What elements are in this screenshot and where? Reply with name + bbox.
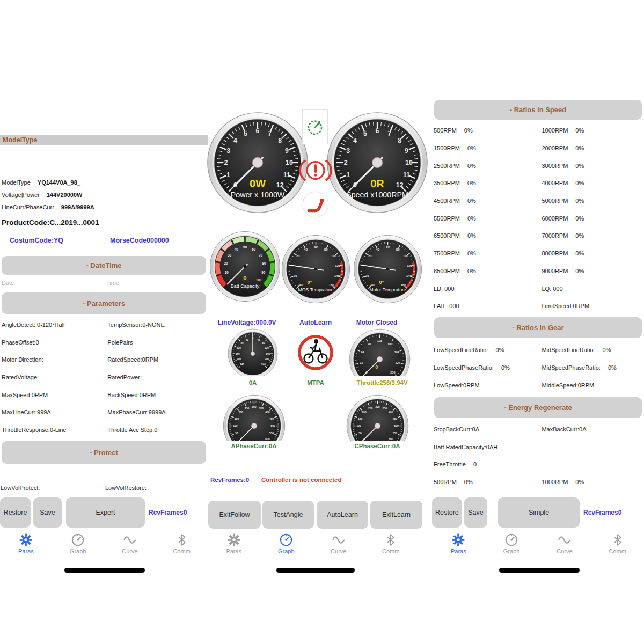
tab-paras[interactable]: Paras: [218, 529, 250, 554]
restore-button[interactable]: Restore: [0, 497, 31, 528]
parameter-rows: AngleDetect: 0-120°HallTempSensor:0-NONE…: [0, 316, 208, 438]
tab-comm[interactable]: Comm: [166, 529, 198, 554]
auto-learn-link[interactable]: AutoLearn: [291, 319, 340, 326]
data-row: RatedVoltage:RatedPower:: [0, 369, 208, 386]
parameters-section-button[interactable]: - Parameters: [2, 292, 206, 314]
tab-paras-label: Paras: [226, 548, 241, 554]
tab-graph-label: Graph: [70, 548, 86, 554]
tab-paras[interactable]: Paras: [10, 529, 42, 554]
tab-comm[interactable]: Comm: [602, 529, 634, 554]
protect-section-button[interactable]: - Protect: [2, 441, 206, 464]
save-button[interactable]: Save: [464, 497, 487, 528]
tab-curve[interactable]: Curve: [548, 529, 581, 554]
tab-graph[interactable]: Graph: [62, 529, 94, 554]
svg-text:Speed x1000RPM: Speed x1000RPM: [346, 191, 408, 199]
svg-text:70: 70: [259, 253, 263, 257]
data-row: MaxSpeed:0RPMBackSpeed:0RPM: [0, 386, 208, 404]
data-row: AngleDetect: 0-120°HallTempSensor:0-NONE: [0, 316, 208, 334]
svg-text:5: 5: [363, 130, 367, 137]
tab-curve[interactable]: Curve: [114, 529, 146, 554]
svg-text:250: 250: [245, 407, 250, 410]
power-gauge: 01234567891011120WPower x 1000W: [207, 112, 309, 216]
tab-graph-label: Graph: [503, 548, 520, 554]
tabbar-middle: Paras Graph Curve Comm: [208, 529, 417, 561]
tab-curve[interactable]: Curve: [323, 529, 355, 554]
svg-text:160: 160: [266, 353, 270, 355]
svg-text:150: 150: [235, 418, 239, 420]
svg-text:200: 200: [362, 411, 367, 414]
svg-text:-20: -20: [292, 274, 297, 277]
test-angle-button[interactable]: TestAngle: [262, 501, 314, 529]
energy-rows: StopBackCurr:0AMaxBackCurr:0ABatt RatedC…: [432, 421, 644, 491]
exit-learn-button[interactable]: ExitLearn: [370, 501, 422, 529]
svg-text:400: 400: [389, 411, 393, 414]
restore-button[interactable]: Restore: [432, 497, 462, 528]
svg-text:120: 120: [335, 264, 341, 267]
tab-comm[interactable]: Comm: [375, 529, 407, 554]
data-row: 5500RPM0%6000RPM0%: [432, 209, 644, 227]
data-row: 2500RPM0%3000RPM0%: [432, 157, 644, 174]
svg-text:80: 80: [396, 247, 400, 251]
rcv-frames-counter: RcvFrames0: [149, 509, 187, 516]
modeltype-row: ModelType YQ144V0A_98_: [2, 177, 80, 188]
bluetooth-icon: [611, 533, 625, 547]
svg-text:2: 2: [224, 159, 228, 166]
connection-status: Controller is not connected: [261, 477, 342, 483]
gear-ratio-rows: LowSpeedLineRatio:0%MidSpeedLineRatio:0%…: [432, 341, 644, 394]
svg-text:-40: -40: [298, 283, 303, 287]
svg-text:11: 11: [403, 171, 410, 179]
data-row: LD: 000LQ: 000: [432, 280, 644, 297]
svg-text:20: 20: [368, 254, 372, 258]
svg-text:240: 240: [240, 363, 244, 366]
data-row: 4500RPM0%5000RPM0%: [432, 192, 644, 210]
svg-text:120: 120: [237, 347, 241, 349]
expert-button[interactable]: Expert: [66, 497, 145, 528]
save-button[interactable]: Save: [33, 497, 62, 528]
cphase-current-label: CPhaseCurr:0A: [345, 443, 409, 449]
morse-code-link[interactable]: MorseCode000000: [110, 237, 169, 244]
svg-text:50: 50: [235, 432, 238, 435]
product-code: ProductCode:C...2019...0001: [2, 218, 99, 226]
ratios-speed-section-button[interactable]: - Ratios in Speed: [434, 100, 642, 120]
costum-code-link[interactable]: CostumCode:YQ: [10, 237, 63, 244]
brake-warning-icon: [299, 158, 332, 183]
energy-regenerate-section-button[interactable]: - Energy Regenerate: [434, 397, 642, 418]
svg-text:192: 192: [394, 350, 399, 354]
svg-text:160: 160: [329, 283, 335, 287]
svg-text:96: 96: [368, 342, 371, 346]
line-voltage-link[interactable]: LineVoltage:000.0V: [212, 319, 282, 326]
data-row: ThrottleResponse:0-LineThrottle Acc Step…: [0, 421, 208, 439]
tab-graph[interactable]: Graph: [495, 529, 528, 554]
home-indicator[interactable]: [64, 568, 145, 573]
datetime-section-button[interactable]: - DateTime: [2, 256, 206, 275]
svg-text:9: 9: [405, 147, 408, 155]
exit-follow-button[interactable]: ExitFollow: [208, 501, 261, 529]
svg-text:80: 80: [240, 342, 244, 345]
motor-state-link[interactable]: Motor Closed: [347, 319, 406, 326]
svg-text:200: 200: [265, 358, 269, 361]
svg-text:50: 50: [243, 245, 247, 249]
cyclist-icon: [297, 334, 334, 371]
svg-text:5: 5: [244, 130, 247, 137]
svg-text:50: 50: [358, 432, 362, 435]
lowvolprotect-label: LowVolProtect:: [1, 485, 40, 491]
aphase-current-label: APhaseCurr:0A: [222, 443, 286, 449]
data-row: 8500RPM0%9000RPM0%: [432, 262, 644, 280]
time-label: Time: [106, 280, 119, 286]
tab-graph[interactable]: Graph: [270, 529, 302, 554]
ratios-gear-section-button[interactable]: - Ratios in Gear: [434, 317, 642, 338]
auto-learn-button[interactable]: AutoLearn: [317, 501, 368, 529]
lowvolrestore-label: LowVolRestore:: [105, 485, 147, 491]
svg-text:32: 32: [360, 361, 363, 364]
mtpa-indicator: [297, 334, 334, 373]
home-indicator[interactable]: [499, 568, 580, 573]
svg-text:400: 400: [265, 411, 270, 414]
modeltype-value: YQ144V0A_98_: [38, 179, 80, 186]
svg-text:-40: -40: [370, 283, 375, 287]
svg-text:20: 20: [296, 254, 300, 258]
home-indicator[interactable]: [276, 568, 355, 573]
simple-button[interactable]: Simple: [498, 497, 580, 528]
tab-paras[interactable]: Paras: [442, 529, 474, 554]
svg-text:9: 9: [285, 147, 289, 155]
svg-text:10: 10: [225, 270, 229, 274]
